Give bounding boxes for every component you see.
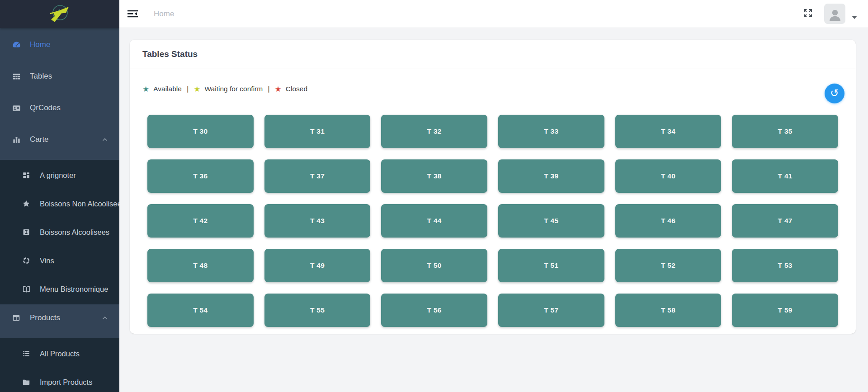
- table-button[interactable]: T 57: [498, 294, 604, 327]
- sidebar-item-boissons-non-alcoolisees[interactable]: Boissons Non Alcoolisees: [0, 192, 119, 215]
- breadcrumb-home-link[interactable]: Home: [154, 9, 174, 19]
- tables-grid: T 30T 31T 32T 33T 34T 35T 36T 37T 38T 39…: [147, 115, 838, 327]
- caret-down-icon[interactable]: [852, 16, 857, 19]
- table-button[interactable]: T 39: [498, 159, 604, 193]
- content: Tables Status ★Available|★Waiting for co…: [119, 28, 868, 334]
- table-button[interactable]: T 40: [615, 159, 722, 193]
- refresh-button[interactable]: ↺: [825, 84, 844, 103]
- table-columns-icon: [11, 314, 21, 322]
- card-title: Tables Status: [142, 49, 198, 59]
- table-button[interactable]: T 46: [615, 204, 722, 238]
- main-area: Home: [119, 0, 868, 392]
- sidebar-item-all-products[interactable]: All Products: [0, 342, 119, 365]
- table-button[interactable]: T 36: [147, 159, 254, 193]
- id-card-icon: [11, 104, 21, 112]
- sidebar-item-a-grignoter[interactable]: A grignoter: [0, 164, 119, 187]
- sidebar-item-label: Home: [30, 40, 50, 49]
- table-button[interactable]: T 49: [264, 249, 371, 282]
- table-button[interactable]: T 35: [732, 115, 838, 148]
- sidebar: c HomeTablesQrCodesCarteA grignoterBoiss…: [0, 0, 119, 392]
- sidebar-nav: HomeTablesQrCodesCarteA grignoterBoisson…: [0, 28, 119, 392]
- table-button[interactable]: T 55: [264, 294, 371, 327]
- table-button[interactable]: T 52: [615, 249, 722, 282]
- sidebar-item-tables[interactable]: Tables: [0, 65, 119, 88]
- sidebar-item-carte[interactable]: Carte: [0, 128, 119, 151]
- chevron-up-icon: [102, 138, 108, 141]
- sidebar-item-products[interactable]: Products: [0, 307, 119, 329]
- table-button[interactable]: T 43: [264, 204, 371, 238]
- sidebar-item-label: Boissons Alcoolisees: [40, 228, 109, 237]
- sidebar-item-home[interactable]: Home: [0, 33, 119, 56]
- submenu-products: All ProductsImport Products: [0, 338, 119, 392]
- table-button[interactable]: T 53: [732, 249, 838, 282]
- table-button[interactable]: T 56: [381, 294, 487, 327]
- table-button[interactable]: T 42: [147, 204, 254, 238]
- sidebar-item-qrcodes[interactable]: QrCodes: [0, 97, 119, 119]
- table-button[interactable]: T 45: [498, 204, 604, 238]
- table-button[interactable]: T 33: [498, 115, 604, 148]
- table-button[interactable]: T 30: [147, 115, 254, 148]
- tables-status-card: Tables Status ★Available|★Waiting for co…: [130, 40, 856, 334]
- sidebar-item-label: QrCodes: [30, 103, 61, 112]
- sidebar-item-label: Boissons Non Alcoolisees: [40, 200, 119, 208]
- sidebar-item-vins[interactable]: Vins: [0, 249, 119, 272]
- table-button[interactable]: T 31: [264, 115, 371, 148]
- sidebar-item-boissons-alcoolisees[interactable]: Boissons Alcoolisees: [0, 221, 119, 243]
- tachometer-icon: [11, 41, 21, 49]
- italic-icon: [21, 228, 31, 236]
- card-header: Tables Status: [130, 40, 856, 69]
- submenu-carte: A grignoterBoissons Non AlcooliseesBoiss…: [0, 160, 119, 304]
- sidebar-item-menu-bistronomique[interactable]: Menu Bistronomique: [0, 278, 119, 300]
- legend-label: Available: [153, 85, 182, 93]
- table-button[interactable]: T 51: [498, 249, 604, 282]
- fullscreen-button[interactable]: [803, 9, 812, 19]
- sidebar-item-label: Import Products: [40, 378, 92, 387]
- brand-logo-icon: c: [48, 1, 71, 27]
- list-icon: [21, 350, 31, 358]
- chevron-up-icon: [102, 316, 108, 320]
- sidebar-item-label: All Products: [40, 350, 80, 358]
- sidebar-item-label: Carte: [30, 135, 49, 144]
- sidebar-item-label: A grignoter: [40, 171, 76, 180]
- legend-star-icon: ★: [142, 85, 149, 93]
- table-button[interactable]: T 34: [615, 115, 722, 148]
- table-button[interactable]: T 41: [732, 159, 838, 193]
- table-button[interactable]: T 38: [381, 159, 487, 193]
- table-button[interactable]: T 44: [381, 204, 487, 238]
- bar-chart-icon: [11, 135, 21, 144]
- legend-star-icon: ★: [193, 85, 200, 93]
- legend-separator: |: [268, 84, 269, 93]
- star-icon: [21, 200, 31, 208]
- sidebar-item-label: Vins: [40, 257, 54, 265]
- brand-header[interactable]: c: [0, 0, 119, 28]
- table-button[interactable]: T 54: [147, 294, 254, 327]
- sidebar-item-import-products[interactable]: Import Products: [0, 371, 119, 392]
- status-legend: ★Available|★Waiting for confirm|★Closed: [142, 84, 843, 94]
- legend-label: Waiting for confirm: [205, 85, 263, 93]
- sidebar-item-label: Products: [30, 313, 60, 322]
- open-book-icon: [21, 285, 31, 294]
- user-avatar[interactable]: [824, 4, 845, 24]
- sidebar-item-label: Tables: [30, 72, 52, 81]
- sidebar-toggle-button[interactable]: [127, 9, 138, 18]
- person-icon: [827, 7, 843, 24]
- table-button[interactable]: T 37: [264, 159, 371, 193]
- folder-icon: [21, 378, 31, 386]
- table-button[interactable]: T 58: [615, 294, 722, 327]
- card-body: ★Available|★Waiting for confirm|★Closed …: [130, 69, 856, 334]
- table-button[interactable]: T 48: [147, 249, 254, 282]
- legend-star-icon: ★: [275, 85, 282, 93]
- legend-separator: |: [187, 84, 189, 93]
- table-button[interactable]: T 47: [732, 204, 838, 238]
- table-icon: [11, 72, 21, 81]
- grid-squares-icon: [21, 171, 31, 179]
- topbar: Home: [119, 0, 868, 28]
- circle-notch-icon: [21, 257, 31, 265]
- refresh-icon: ↺: [830, 88, 839, 98]
- sidebar-item-label: Menu Bistronomique: [40, 285, 108, 294]
- expand-arrows-icon: [803, 9, 812, 19]
- table-button[interactable]: T 50: [381, 249, 487, 282]
- table-button[interactable]: T 32: [381, 115, 487, 148]
- table-button[interactable]: T 59: [732, 294, 838, 327]
- legend-label: Closed: [286, 85, 307, 93]
